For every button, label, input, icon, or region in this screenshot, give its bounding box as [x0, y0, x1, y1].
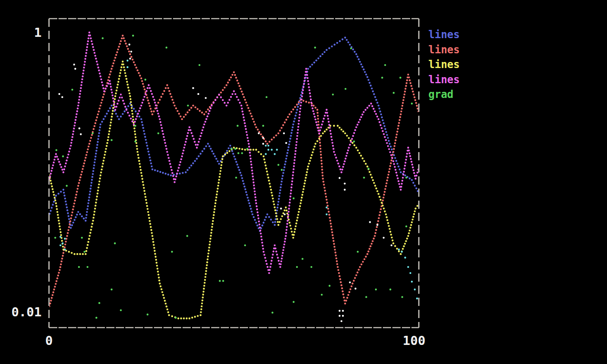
data-point: [328, 121, 330, 123]
data-point: [101, 99, 103, 101]
data-point: [148, 153, 150, 155]
data-point: [100, 172, 102, 173]
data-point: [142, 99, 144, 101]
data-point: [65, 240, 67, 242]
data-point: [124, 40, 126, 42]
data-point: [297, 129, 299, 130]
data-point: [98, 180, 100, 182]
data-point: [93, 128, 95, 130]
data-point: [62, 252, 64, 254]
data-point: [299, 97, 301, 99]
data-point: [360, 63, 362, 65]
data-point: [75, 116, 77, 118]
data-point: [295, 112, 297, 114]
data-point: [103, 157, 105, 159]
data-point: [219, 170, 221, 172]
data-point: [108, 136, 109, 138]
data-point: [154, 250, 156, 252]
data-point: [252, 176, 254, 177]
data-point: [412, 91, 414, 92]
data-point: [54, 286, 56, 287]
data-point: [204, 282, 206, 283]
data-point: [97, 138, 99, 140]
data-point: [153, 110, 155, 112]
data-point: [86, 151, 88, 153]
data-point: [166, 47, 167, 49]
data-point: [346, 155, 347, 156]
data-point: [142, 184, 144, 186]
data-point: [330, 133, 332, 135]
data-point: [78, 266, 80, 268]
data-point: [62, 169, 63, 170]
data-point: [241, 107, 243, 109]
data-point: [307, 83, 309, 85]
data-point: [368, 168, 369, 169]
data-point: [103, 118, 104, 120]
data-point: [409, 155, 411, 157]
data-point: [210, 148, 212, 150]
data-point: [403, 245, 405, 247]
data-point: [67, 212, 69, 214]
data-point: [132, 119, 134, 120]
data-point: [86, 211, 88, 213]
data-point: [141, 175, 143, 177]
x-axis-tick-0: 0: [23, 335, 75, 347]
data-point: [349, 144, 351, 146]
data-point: [189, 167, 190, 169]
data-point: [87, 40, 89, 42]
data-point: [280, 208, 282, 209]
data-point: [289, 114, 290, 115]
data-point: [387, 145, 389, 147]
data-point: [216, 96, 218, 98]
data-point: [71, 252, 72, 254]
data-point: [346, 39, 348, 41]
data-point: [81, 171, 83, 172]
data-point: [53, 162, 55, 163]
data-point: [126, 45, 128, 47]
data-point: [411, 103, 413, 104]
data-point: [272, 198, 274, 199]
data-point: [386, 219, 388, 221]
data-point: [155, 259, 157, 260]
data-point: [67, 153, 69, 155]
data-point: [384, 136, 385, 138]
data-point: [352, 49, 354, 50]
data-point: [205, 97, 206, 99]
data-point: [55, 280, 57, 282]
data-point: [51, 167, 53, 169]
data-point: [356, 124, 358, 126]
data-point: [182, 172, 183, 174]
data-point: [93, 164, 95, 166]
data-point: [285, 119, 287, 120]
data-point: [78, 99, 80, 101]
data-point: [109, 80, 111, 82]
data-point: [120, 116, 122, 117]
data-point: [81, 215, 83, 217]
data-point: [278, 260, 280, 262]
data-point: [326, 109, 327, 110]
data-point: [108, 83, 109, 84]
data-point: [162, 130, 163, 132]
data-point: [79, 90, 81, 92]
y-axis-tick-0-01: 0.01: [7, 306, 42, 318]
data-point: [85, 217, 87, 218]
data-point: [210, 232, 212, 234]
data-point: [363, 111, 365, 113]
data-point: [288, 205, 290, 206]
data-point: [57, 217, 59, 218]
data-point: [415, 187, 417, 189]
data-point: [404, 165, 406, 166]
data-point: [289, 138, 291, 140]
data-point: [103, 90, 105, 92]
data-point: [273, 250, 274, 252]
data-point: [131, 107, 133, 109]
data-point: [353, 132, 355, 134]
data-point: [268, 145, 269, 146]
data-point: [287, 217, 289, 218]
data-point: [180, 158, 182, 160]
data-point: [123, 103, 125, 104]
data-point: [320, 135, 322, 136]
data-point: [111, 91, 113, 93]
data-point: [221, 161, 223, 163]
data-point: [391, 159, 392, 161]
